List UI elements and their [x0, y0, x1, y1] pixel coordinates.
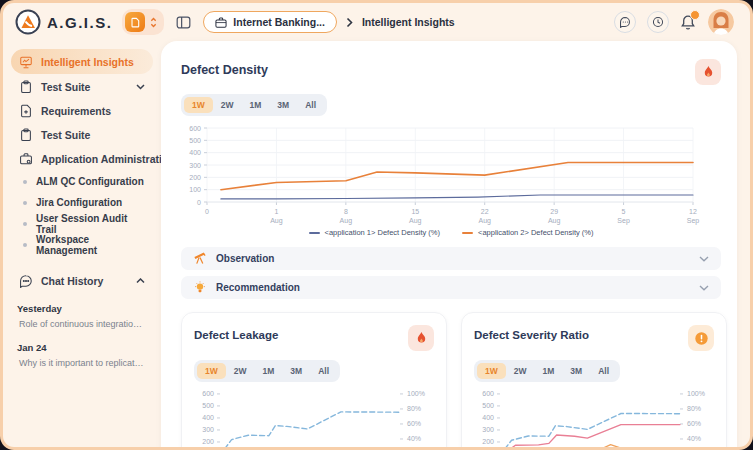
range-button-1m[interactable]: 1M: [255, 363, 283, 379]
svg-text:40%: 40%: [687, 435, 701, 442]
clipboard-icon: [19, 128, 33, 142]
sidebar-item-chat-history[interactable]: Chat History: [11, 269, 153, 293]
svg-text:1: 1: [274, 208, 278, 215]
chat-bubble-icon: [19, 274, 33, 288]
svg-text:80%: 80%: [407, 405, 421, 412]
svg-text:Aug: Aug: [478, 217, 491, 225]
legend-item[interactable]: <application 1> Defect Density (%): [309, 228, 440, 237]
svg-text:400: 400: [189, 149, 201, 156]
svg-text:8: 8: [344, 208, 348, 215]
svg-text:600: 600: [202, 390, 214, 397]
sidebar: Intelligent Insights Test Suite Requirem…: [3, 41, 161, 447]
clipboard-icon: [19, 80, 33, 94]
sidebar-item-application-administration[interactable]: Application Administration: [11, 147, 153, 170]
svg-text:100%: 100%: [407, 390, 425, 397]
sidebar-subitem-jira-configuration[interactable]: Jira Configuration: [11, 192, 153, 213]
svg-text:Aug: Aug: [270, 217, 283, 225]
svg-text:Sep: Sep: [687, 217, 700, 225]
brand-name: A.G.I.S.: [47, 14, 112, 31]
sidebar-item-requirements[interactable]: Requirements: [11, 99, 153, 122]
range-button-1m[interactable]: 1M: [242, 97, 270, 113]
range-button-2w[interactable]: 2W: [213, 97, 242, 113]
chart-legend: <application 1> Defect Density (%) <appl…: [181, 228, 721, 237]
chat-history-item[interactable]: Why is it important to replicate real-wo…: [17, 358, 147, 368]
bullet-icon: [23, 180, 27, 184]
chat-history-item[interactable]: Role of continuous integration in testin…: [17, 319, 147, 329]
legend-dash-icon: [309, 232, 320, 234]
range-button-all[interactable]: All: [297, 97, 324, 113]
legend-label: <application 2> Defect Density (%): [478, 228, 593, 237]
svg-text:12: 12: [689, 208, 697, 215]
sidebar-item-label: Intelligent Insights: [41, 56, 145, 68]
chat-history-label: Chat History: [41, 275, 128, 287]
defect-severity-ratio-panel: Defect Severity Ratio 1W 2W 1M 3M All 10…: [461, 312, 727, 450]
clock-icon: [652, 16, 664, 28]
sidebar-toggle-icon[interactable]: [176, 16, 191, 29]
sidebar-item-label: Application Administration: [41, 153, 161, 165]
history-button[interactable]: [647, 11, 669, 33]
flame-icon: [702, 65, 715, 79]
svg-text:600: 600: [189, 125, 201, 132]
range-button-1w[interactable]: 1W: [184, 97, 213, 113]
briefcase-gear-icon: [19, 152, 33, 166]
notifications-button[interactable]: [680, 14, 696, 31]
svg-text:600: 600: [482, 390, 494, 397]
svg-text:Aug: Aug: [340, 217, 353, 225]
legend-dash-icon: [462, 232, 473, 234]
sidebar-item-test-suite[interactable]: Test Suite: [11, 75, 153, 98]
briefcase-icon: [215, 17, 227, 28]
sidebar-item-intelligent-insights[interactable]: Intelligent Insights: [11, 49, 153, 74]
sidebar-subitem-workspace-management[interactable]: Workspace Management: [11, 234, 153, 255]
chat-group: Yesterday Role of continuous integration…: [11, 293, 153, 368]
defect-leakage-chart: 100200300400500600100%80%60%40%20%: [194, 386, 434, 450]
svg-text:0: 0: [197, 199, 201, 206]
svg-text:60%: 60%: [407, 420, 421, 427]
svg-text:200: 200: [202, 438, 214, 445]
range-button-3m[interactable]: 3M: [282, 363, 310, 379]
recommendation-accordion[interactable]: Recommendation: [181, 276, 721, 299]
svg-text:Sep: Sep: [617, 217, 630, 225]
svg-text:500: 500: [482, 402, 494, 409]
svg-text:Aug: Aug: [548, 217, 561, 225]
breadcrumb-chevron-icon: [346, 17, 353, 28]
lightbulb-icon: [193, 281, 207, 295]
range-button-1w[interactable]: 1W: [477, 363, 506, 379]
flame-icon: [415, 331, 428, 345]
legend-label: <application 1> Defect Density (%): [325, 228, 440, 237]
sidebar-subitem-alm-qc-configuration[interactable]: ALM QC Configuration: [11, 171, 153, 192]
observation-accordion[interactable]: Observation: [181, 247, 721, 270]
bullet-icon: [23, 222, 27, 226]
notification-badge: [690, 10, 700, 20]
accordion-label: Observation: [216, 253, 690, 264]
document-plus-icon: [19, 104, 33, 118]
svg-text:0: 0: [205, 208, 209, 215]
chat-date: Jan 24: [17, 342, 147, 353]
range-button-all[interactable]: All: [310, 363, 337, 379]
range-button-3m[interactable]: 3M: [562, 363, 590, 379]
range-button-1m[interactable]: 1M: [535, 363, 563, 379]
range-button-2w[interactable]: 2W: [506, 363, 535, 379]
comment-icon: [619, 16, 631, 28]
svg-text:80%: 80%: [687, 405, 701, 412]
range-button-1w[interactable]: 1W: [197, 363, 226, 379]
project-selector[interactable]: Internet Banking...: [203, 11, 337, 33]
project-name: Internet Banking...: [233, 16, 325, 28]
range-button-2w[interactable]: 2W: [226, 363, 255, 379]
defect-leakage-panel: Defect Leakage 1W 2W 1M 3M All 100200300…: [181, 312, 447, 450]
legend-item[interactable]: <application 2> Defect Density (%): [462, 228, 593, 237]
svg-text:400: 400: [202, 414, 214, 421]
app-switcher[interactable]: [122, 9, 164, 35]
insights-icon: [19, 55, 33, 69]
svg-text:100: 100: [189, 186, 201, 193]
user-avatar[interactable]: [708, 9, 734, 35]
svg-text:40%: 40%: [407, 435, 421, 442]
range-button-all[interactable]: All: [590, 363, 617, 379]
sidebar-item-test-suite-2[interactable]: Test Suite: [11, 123, 153, 146]
range-button-3m[interactable]: 3M: [269, 97, 297, 113]
sidebar-subitem-user-session-audit-trail[interactable]: User Session Audit Trail: [11, 213, 153, 234]
panel-title: Defect Severity Ratio: [474, 325, 589, 341]
feedback-button[interactable]: [614, 11, 636, 33]
panel-title: Defect Density: [181, 59, 268, 77]
warning-indicator: [688, 325, 714, 351]
svg-text:300: 300: [482, 426, 494, 433]
